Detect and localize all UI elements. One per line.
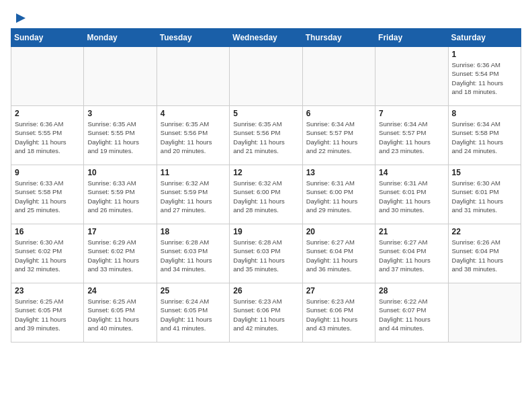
day-number: 20	[306, 227, 371, 236]
weekday-header: Saturday	[448, 29, 521, 47]
day-number: 25	[161, 286, 226, 295]
calendar-cell: 2Sunrise: 6:36 AM Sunset: 5:55 PM Daylig…	[11, 106, 84, 165]
day-number: 23	[15, 286, 80, 295]
day-number: 27	[306, 286, 371, 295]
day-number: 26	[233, 286, 298, 295]
day-info: Sunrise: 6:34 AM Sunset: 5:57 PM Dayligh…	[379, 120, 444, 155]
day-number: 5	[233, 109, 298, 118]
weekday-header: Friday	[375, 29, 448, 47]
calendar-cell: 26Sunrise: 6:23 AM Sunset: 6:06 PM Dayli…	[230, 283, 302, 342]
weekday-header: Tuesday	[157, 29, 229, 47]
day-info: Sunrise: 6:32 AM Sunset: 6:00 PM Dayligh…	[233, 179, 298, 214]
calendar-cell: 28Sunrise: 6:22 AM Sunset: 6:07 PM Dayli…	[375, 283, 448, 342]
calendar-cell: 16Sunrise: 6:30 AM Sunset: 6:02 PM Dayli…	[11, 224, 84, 283]
day-info: Sunrise: 6:33 AM Sunset: 5:58 PM Dayligh…	[15, 179, 80, 214]
day-number: 28	[379, 286, 444, 295]
calendar-cell: 11Sunrise: 6:32 AM Sunset: 5:59 PM Dayli…	[157, 165, 229, 224]
day-info: Sunrise: 6:31 AM Sunset: 6:01 PM Dayligh…	[379, 179, 444, 214]
day-number: 17	[87, 227, 152, 236]
calendar-cell: 23Sunrise: 6:25 AM Sunset: 6:05 PM Dayli…	[11, 283, 84, 342]
day-info: Sunrise: 6:33 AM Sunset: 5:59 PM Dayligh…	[87, 179, 152, 214]
calendar-cell: 6Sunrise: 6:34 AM Sunset: 5:57 PM Daylig…	[302, 106, 375, 165]
calendar-cell: 22Sunrise: 6:26 AM Sunset: 6:04 PM Dayli…	[448, 224, 521, 283]
day-info: Sunrise: 6:22 AM Sunset: 6:07 PM Dayligh…	[379, 297, 444, 332]
calendar-cell: 20Sunrise: 6:27 AM Sunset: 6:04 PM Dayli…	[302, 224, 375, 283]
day-info: Sunrise: 6:25 AM Sunset: 6:05 PM Dayligh…	[15, 297, 80, 332]
day-info: Sunrise: 6:23 AM Sunset: 6:06 PM Dayligh…	[233, 297, 298, 332]
header	[11, 11, 521, 23]
day-number: 13	[306, 168, 371, 177]
day-number: 15	[452, 168, 517, 177]
calendar-cell: 19Sunrise: 6:28 AM Sunset: 6:03 PM Dayli…	[230, 224, 302, 283]
day-number: 19	[233, 227, 298, 236]
calendar-cell: 9Sunrise: 6:33 AM Sunset: 5:58 PM Daylig…	[11, 165, 84, 224]
calendar-cell: 24Sunrise: 6:25 AM Sunset: 6:05 PM Dayli…	[84, 283, 157, 342]
day-info: Sunrise: 6:23 AM Sunset: 6:06 PM Dayligh…	[306, 297, 371, 332]
day-number: 10	[87, 168, 152, 177]
day-info: Sunrise: 6:36 AM Sunset: 5:55 PM Dayligh…	[15, 120, 80, 155]
calendar-cell: 4Sunrise: 6:35 AM Sunset: 5:56 PM Daylig…	[157, 106, 229, 165]
day-number: 11	[161, 168, 226, 177]
calendar-cell	[157, 47, 229, 106]
day-number: 7	[379, 109, 444, 118]
day-number: 18	[161, 227, 226, 236]
weekday-header: Monday	[84, 29, 157, 47]
calendar-table: SundayMondayTuesdayWednesdayThursdayFrid…	[11, 28, 521, 342]
day-number: 1	[452, 50, 517, 59]
calendar-cell	[11, 47, 84, 106]
day-info: Sunrise: 6:34 AM Sunset: 5:58 PM Dayligh…	[452, 120, 517, 155]
calendar-cell: 25Sunrise: 6:24 AM Sunset: 6:05 PM Dayli…	[157, 283, 229, 342]
day-info: Sunrise: 6:28 AM Sunset: 6:03 PM Dayligh…	[233, 238, 298, 273]
calendar-cell: 15Sunrise: 6:30 AM Sunset: 6:01 PM Dayli…	[448, 165, 521, 224]
calendar-cell: 14Sunrise: 6:31 AM Sunset: 6:01 PM Dayli…	[375, 165, 448, 224]
calendar-cell: 18Sunrise: 6:28 AM Sunset: 6:03 PM Dayli…	[157, 224, 229, 283]
calendar-cell	[230, 47, 302, 106]
day-info: Sunrise: 6:30 AM Sunset: 6:02 PM Dayligh…	[15, 238, 80, 273]
day-number: 8	[452, 109, 517, 118]
calendar-cell	[375, 47, 448, 106]
day-info: Sunrise: 6:34 AM Sunset: 5:57 PM Dayligh…	[306, 120, 371, 155]
day-number: 4	[161, 109, 226, 118]
day-info: Sunrise: 6:31 AM Sunset: 6:00 PM Dayligh…	[306, 179, 371, 214]
calendar-cell	[448, 283, 521, 342]
day-info: Sunrise: 6:36 AM Sunset: 5:54 PM Dayligh…	[452, 60, 517, 96]
calendar-cell: 21Sunrise: 6:27 AM Sunset: 6:04 PM Dayli…	[375, 224, 448, 283]
day-info: Sunrise: 6:35 AM Sunset: 5:56 PM Dayligh…	[161, 120, 226, 155]
day-info: Sunrise: 6:27 AM Sunset: 6:04 PM Dayligh…	[306, 238, 371, 273]
day-info: Sunrise: 6:27 AM Sunset: 6:04 PM Dayligh…	[379, 238, 444, 273]
logo-icon	[12, 11, 27, 26]
calendar-cell	[302, 47, 375, 106]
day-info: Sunrise: 6:28 AM Sunset: 6:03 PM Dayligh…	[161, 238, 226, 273]
day-number: 6	[306, 109, 371, 118]
day-number: 16	[15, 227, 80, 236]
svg-marker-0	[16, 13, 26, 23]
calendar-cell: 17Sunrise: 6:29 AM Sunset: 6:02 PM Dayli…	[84, 224, 157, 283]
logo	[11, 11, 27, 23]
day-number: 14	[379, 168, 444, 177]
day-number: 22	[452, 227, 517, 236]
calendar-cell	[84, 47, 157, 106]
calendar-cell: 7Sunrise: 6:34 AM Sunset: 5:57 PM Daylig…	[375, 106, 448, 165]
calendar-cell: 27Sunrise: 6:23 AM Sunset: 6:06 PM Dayli…	[302, 283, 375, 342]
calendar-cell: 5Sunrise: 6:35 AM Sunset: 5:56 PM Daylig…	[230, 106, 302, 165]
day-number: 21	[379, 227, 444, 236]
calendar-cell: 12Sunrise: 6:32 AM Sunset: 6:00 PM Dayli…	[230, 165, 302, 224]
weekday-header: Thursday	[302, 29, 375, 47]
calendar-cell: 1Sunrise: 6:36 AM Sunset: 5:54 PM Daylig…	[448, 47, 521, 106]
day-info: Sunrise: 6:24 AM Sunset: 6:05 PM Dayligh…	[161, 297, 226, 332]
day-number: 3	[87, 109, 152, 118]
calendar-cell: 8Sunrise: 6:34 AM Sunset: 5:58 PM Daylig…	[448, 106, 521, 165]
day-number: 24	[87, 286, 152, 295]
day-info: Sunrise: 6:26 AM Sunset: 6:04 PM Dayligh…	[452, 238, 517, 273]
calendar-cell: 10Sunrise: 6:33 AM Sunset: 5:59 PM Dayli…	[84, 165, 157, 224]
weekday-header: Wednesday	[230, 29, 302, 47]
calendar-cell: 3Sunrise: 6:35 AM Sunset: 5:55 PM Daylig…	[84, 106, 157, 165]
day-info: Sunrise: 6:25 AM Sunset: 6:05 PM Dayligh…	[87, 297, 152, 332]
day-number: 2	[15, 109, 80, 118]
day-info: Sunrise: 6:35 AM Sunset: 5:55 PM Dayligh…	[87, 120, 152, 155]
day-info: Sunrise: 6:35 AM Sunset: 5:56 PM Dayligh…	[233, 120, 298, 155]
calendar-cell: 13Sunrise: 6:31 AM Sunset: 6:00 PM Dayli…	[302, 165, 375, 224]
day-number: 12	[233, 168, 298, 177]
day-info: Sunrise: 6:32 AM Sunset: 5:59 PM Dayligh…	[161, 179, 226, 214]
day-number: 9	[15, 168, 80, 177]
